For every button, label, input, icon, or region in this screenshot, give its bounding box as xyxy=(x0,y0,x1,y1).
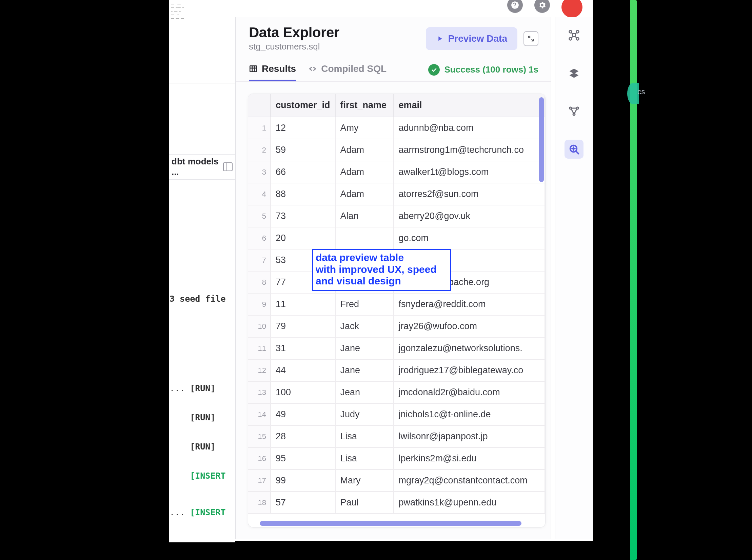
row-number: 18 xyxy=(248,492,271,514)
settings-gear-icon[interactable] xyxy=(534,0,550,13)
terminal-line: 3 seed file xyxy=(169,294,235,304)
panel-title: Data Explorer xyxy=(249,24,339,41)
svg-point-1 xyxy=(569,31,572,33)
cell-customer-id: 11 xyxy=(271,293,335,315)
table-row[interactable]: 620go.com xyxy=(248,227,545,249)
account-avatar-button[interactable] xyxy=(561,0,582,18)
cell-customer-id: 31 xyxy=(271,337,335,359)
table-row[interactable]: 259Adamaarmstrong1m@techcrunch.co xyxy=(248,139,545,161)
row-number: 13 xyxy=(248,381,271,403)
cell-email: jrodriguez17@biblegateway.co xyxy=(394,359,545,381)
right-edge-tab xyxy=(627,83,639,104)
code-icon xyxy=(308,64,317,73)
preview-data-button[interactable]: Preview Data xyxy=(426,27,517,50)
cell-first-name: Jane xyxy=(335,337,394,359)
cell-email: lperkins2m@si.edu xyxy=(394,447,545,469)
expand-icon xyxy=(527,35,535,42)
table-row[interactable]: 13100Jeanjmcdonald2r@baidu.com xyxy=(248,381,545,403)
graph-icon[interactable] xyxy=(565,102,583,121)
minimap: —— —— —— ——— — — —— — —— — —— —— —— xyxy=(169,0,235,83)
row-number: 3 xyxy=(248,161,271,183)
row-number: 11 xyxy=(248,337,271,359)
tab-compiled-sql[interactable]: Compiled SQL xyxy=(308,63,387,81)
cell-first-name: Adam xyxy=(335,161,394,183)
help-icon[interactable] xyxy=(507,0,523,13)
table-row[interactable]: 1244Janejrodriguez17@biblegateway.co xyxy=(248,359,545,381)
row-number: 1 xyxy=(248,117,271,139)
cell-first-name: Adam xyxy=(335,139,394,161)
query-status: Success (100 rows) 1s xyxy=(428,64,539,81)
cell-email: mgray2q@constantcontact.com xyxy=(394,469,545,492)
cell-customer-id: 88 xyxy=(271,183,335,205)
status-text: Success (100 rows) 1s xyxy=(444,64,539,75)
table-row[interactable]: 1695Lisalperkins2m@si.edu xyxy=(248,447,545,469)
window-topbar xyxy=(507,0,582,17)
col-header-rownum[interactable] xyxy=(248,94,271,117)
row-number: 17 xyxy=(248,469,271,492)
cell-first-name: Lisa xyxy=(335,425,394,447)
cell-customer-id: 28 xyxy=(271,425,335,447)
svg-rect-5 xyxy=(573,34,576,37)
svg-point-2 xyxy=(576,31,579,33)
table-row[interactable]: 488Adamatorres2f@sun.com xyxy=(248,183,545,205)
right-edge-label: cs xyxy=(637,87,645,96)
table-row[interactable]: 911Fredfsnydera@reddit.com xyxy=(248,293,545,315)
drone-icon[interactable] xyxy=(565,26,583,45)
table-row[interactable]: 1857Paulpwatkins1k@upenn.edu xyxy=(248,492,545,514)
table-row[interactable]: 1131Janejgonzalezu@networksolutions. xyxy=(248,337,545,359)
annotation-line: with improved UX, speed xyxy=(316,264,447,276)
cell-email: fsnydera@reddit.com xyxy=(394,293,545,315)
cell-email: jmcdonald2r@baidu.com xyxy=(394,381,545,403)
annotation-line: and visual design xyxy=(316,275,447,287)
cell-email: aarmstrong1m@techcrunch.co xyxy=(394,139,545,161)
cell-first-name: Amy xyxy=(335,117,394,139)
col-header-email[interactable]: email xyxy=(394,94,545,117)
row-number: 9 xyxy=(248,293,271,315)
left-spacer xyxy=(169,83,235,155)
results-table-wrap[interactable]: customer_id first_name email 112Amyadunn… xyxy=(248,94,545,527)
panel-toggle-icon[interactable] xyxy=(223,162,233,171)
svg-point-3 xyxy=(569,38,572,40)
vertical-scrollbar[interactable] xyxy=(539,97,544,182)
editor-left-pane: —— —— —— ——— — — —— — —— — —— —— —— dbt … xyxy=(169,0,235,542)
cell-customer-id: 20 xyxy=(271,227,335,249)
tab-compiled-label: Compiled SQL xyxy=(321,63,387,74)
row-number: 15 xyxy=(248,425,271,447)
table-row[interactable]: 1079Jackjray26@wufoo.com xyxy=(248,315,545,337)
table-row[interactable]: 1449Judyjnichols1c@t-online.de xyxy=(248,403,545,425)
cell-email: adunnb@nba.com xyxy=(394,117,545,139)
layers-icon[interactable] xyxy=(565,64,583,83)
expand-button[interactable] xyxy=(523,31,538,46)
table-row[interactable]: 573Alanaberry20@gov.uk xyxy=(248,205,545,227)
cell-first-name xyxy=(335,227,394,249)
preview-data-label: Preview Data xyxy=(448,33,507,44)
tab-results[interactable]: Results xyxy=(249,63,296,81)
horizontal-scrollbar[interactable] xyxy=(260,521,521,526)
annotation-callout: data preview table with improved UX, spe… xyxy=(312,249,451,291)
cell-first-name: Jean xyxy=(335,381,394,403)
row-number: 2 xyxy=(248,139,271,161)
terminal-line: ... [RUN] xyxy=(169,413,235,422)
cell-customer-id: 57 xyxy=(271,492,335,514)
row-number: 8 xyxy=(248,271,271,293)
table-row[interactable]: 1528Lisalwilsonr@japanpost.jp xyxy=(248,425,545,447)
success-check-icon xyxy=(428,64,440,76)
tab-results-label: Results xyxy=(262,63,296,74)
terminal-line: ... [INSERT xyxy=(169,471,235,481)
col-header-customer-id[interactable]: customer_id xyxy=(271,94,335,117)
cell-customer-id: 100 xyxy=(271,381,335,403)
cell-email: aberry20@gov.uk xyxy=(394,205,545,227)
table-row[interactable]: 112Amyadunnb@nba.com xyxy=(248,117,545,139)
row-number: 14 xyxy=(248,403,271,425)
cell-email: jray26@wufoo.com xyxy=(394,315,545,337)
cell-first-name: Adam xyxy=(335,183,394,205)
cell-first-name: Paul xyxy=(335,492,394,514)
zoom-search-icon[interactable] xyxy=(565,140,583,159)
table-row[interactable]: 366Adamawalker1t@blogs.com xyxy=(248,161,545,183)
models-bar[interactable]: dbt models ... xyxy=(169,155,235,180)
svg-point-4 xyxy=(576,38,579,40)
row-number: 4 xyxy=(248,183,271,205)
table-row[interactable]: 1799Marymgray2q@constantcontact.com xyxy=(248,469,545,492)
col-header-first-name[interactable]: first_name xyxy=(335,94,394,117)
cell-email: jgonzalezu@networksolutions. xyxy=(394,337,545,359)
